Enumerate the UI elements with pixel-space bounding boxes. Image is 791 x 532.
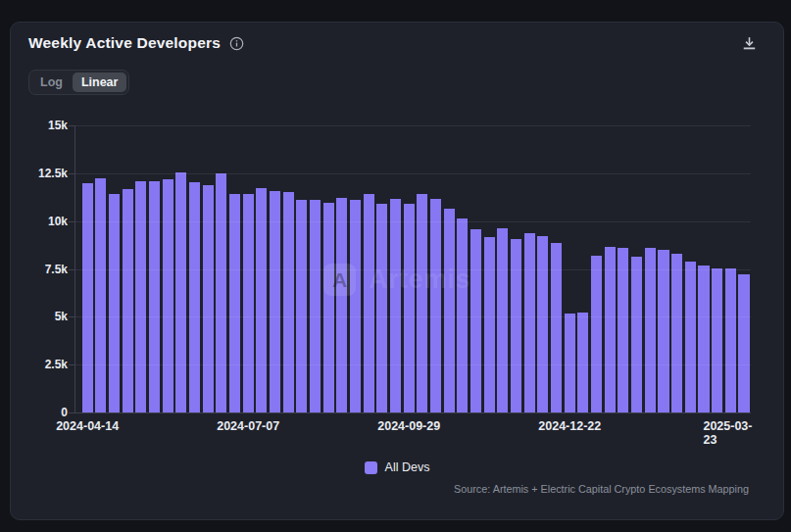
bar[interactable]	[565, 314, 575, 412]
x-axis-line	[74, 412, 751, 413]
bar[interactable]	[712, 268, 722, 412]
y-axis-label: 0	[11, 406, 68, 419]
bar[interactable]	[149, 181, 160, 412]
bar[interactable]	[283, 192, 294, 412]
bar[interactable]	[417, 194, 427, 412]
bar[interactable]	[350, 200, 361, 412]
y-axis-label: 12.5k	[11, 167, 68, 180]
bar[interactable]	[175, 172, 186, 412]
bar[interactable]	[189, 182, 200, 412]
bar[interactable]	[605, 247, 616, 412]
gridline	[74, 364, 751, 365]
bar[interactable]	[336, 198, 347, 412]
bar[interactable]	[738, 274, 749, 412]
bar[interactable]	[364, 194, 374, 412]
chart-card: Weekly Active Developers Log Linear 02.5…	[10, 22, 784, 520]
x-axis-label: 2024-12-22	[538, 419, 601, 433]
y-axis-label: 2.5k	[11, 358, 68, 371]
bar[interactable]	[645, 248, 656, 412]
bar[interactable]	[296, 200, 307, 412]
bar[interactable]	[457, 218, 468, 412]
bar[interactable]	[618, 248, 628, 412]
bar[interactable]	[216, 173, 226, 412]
bar[interactable]	[390, 199, 401, 412]
bar[interactable]	[430, 199, 441, 412]
bar[interactable]	[484, 237, 495, 412]
y-axis-label: 10k	[11, 215, 68, 228]
bar[interactable]	[109, 194, 120, 412]
bar[interactable]	[511, 239, 521, 412]
bar[interactable]	[270, 191, 280, 412]
bar[interactable]	[323, 203, 334, 412]
x-axis-label: 2024-07-07	[217, 419, 279, 433]
bar[interactable]	[444, 209, 455, 412]
y-axis-label: 15k	[11, 119, 68, 132]
bar[interactable]	[658, 250, 668, 412]
legend-swatch	[365, 461, 377, 474]
chart-area: 02.5k5k7.5k10k12.5k15k2024-04-142024-07-…	[11, 23, 785, 521]
bar[interactable]	[310, 200, 321, 412]
source-attribution: Source: Artemis + Electric Capital Crypt…	[454, 483, 749, 495]
bar[interactable]	[135, 181, 146, 412]
y-axis-label: 7.5k	[11, 263, 68, 276]
bar[interactable]	[591, 256, 602, 412]
bar[interactable]	[203, 185, 214, 412]
bar[interactable]	[82, 183, 93, 412]
legend: All Devs	[11, 460, 783, 474]
bar[interactable]	[95, 178, 106, 412]
x-axis-label: 2024-09-29	[377, 419, 440, 433]
bar[interactable]	[497, 228, 508, 412]
bar[interactable]	[725, 268, 736, 412]
bar[interactable]	[470, 229, 481, 412]
y-axis-label: 5k	[11, 310, 68, 323]
gridline	[74, 269, 751, 270]
bar[interactable]	[376, 204, 387, 412]
bar[interactable]	[163, 179, 173, 412]
bar[interactable]	[404, 204, 415, 412]
y-axis-line	[74, 125, 75, 412]
bar[interactable]	[537, 236, 548, 412]
gridline	[74, 316, 751, 317]
legend-label[interactable]: All Devs	[385, 460, 430, 474]
bar[interactable]	[631, 257, 642, 412]
bar[interactable]	[123, 189, 133, 412]
x-axis-label: 2025-03-23	[703, 419, 758, 447]
gridline	[74, 221, 751, 222]
bar[interactable]	[685, 262, 696, 412]
bar[interactable]	[229, 194, 240, 412]
bar[interactable]	[577, 313, 588, 412]
bar[interactable]	[243, 194, 254, 412]
x-axis-label: 2024-04-14	[56, 419, 119, 433]
gridline	[74, 125, 751, 126]
bar[interactable]	[671, 254, 682, 412]
gridline	[74, 173, 751, 174]
bar[interactable]	[524, 233, 535, 412]
bar[interactable]	[698, 266, 709, 412]
